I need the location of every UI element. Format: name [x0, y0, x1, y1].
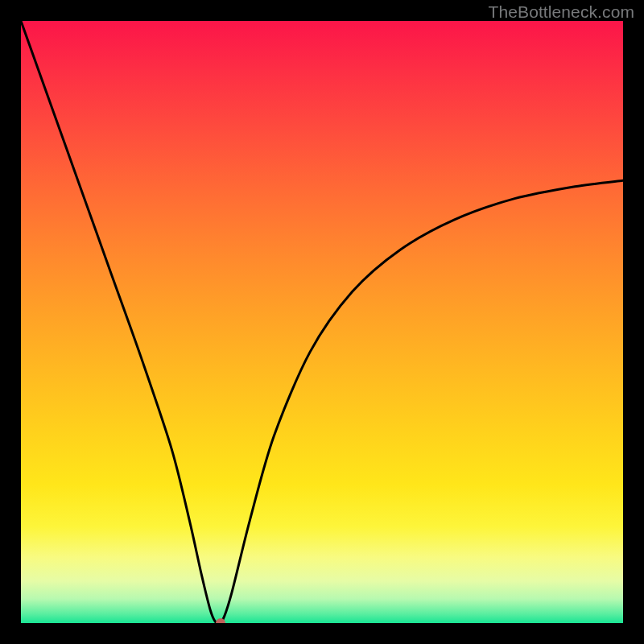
plot-area	[21, 21, 623, 623]
optimal-point-marker	[216, 618, 225, 623]
watermark-text: TheBottleneck.com	[489, 2, 634, 22]
bottleneck-curve	[21, 21, 623, 623]
curve-layer	[21, 21, 623, 623]
chart-frame: TheBottleneck.com	[0, 0, 644, 644]
